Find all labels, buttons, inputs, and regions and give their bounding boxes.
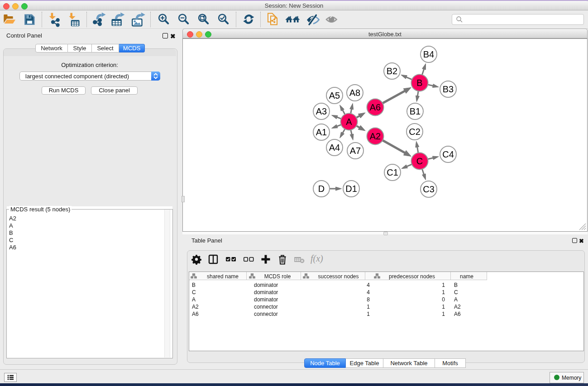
svg-text:A3: A3 xyxy=(316,106,327,116)
svg-text:A: A xyxy=(346,117,352,127)
svg-text:A1: A1 xyxy=(316,127,327,137)
svg-text:A7: A7 xyxy=(350,146,361,156)
svg-text:C3: C3 xyxy=(423,184,435,194)
svg-text:B4: B4 xyxy=(423,49,434,59)
svg-text:B1: B1 xyxy=(410,106,421,116)
svg-text:C: C xyxy=(416,156,423,166)
svg-text:B: B xyxy=(416,78,422,88)
svg-text:A6: A6 xyxy=(370,102,381,112)
svg-text:A4: A4 xyxy=(329,143,340,152)
svg-text:D: D xyxy=(318,184,325,194)
svg-text:C1: C1 xyxy=(387,167,398,177)
svg-text:A8: A8 xyxy=(349,88,360,98)
svg-text:C2: C2 xyxy=(409,127,421,137)
svg-text:D1: D1 xyxy=(345,184,357,194)
svg-text:A5: A5 xyxy=(329,91,340,100)
svg-text:B3: B3 xyxy=(443,84,454,94)
svg-text:C4: C4 xyxy=(442,149,454,159)
svg-text:B2: B2 xyxy=(387,66,397,76)
svg-text:A2: A2 xyxy=(370,131,381,141)
